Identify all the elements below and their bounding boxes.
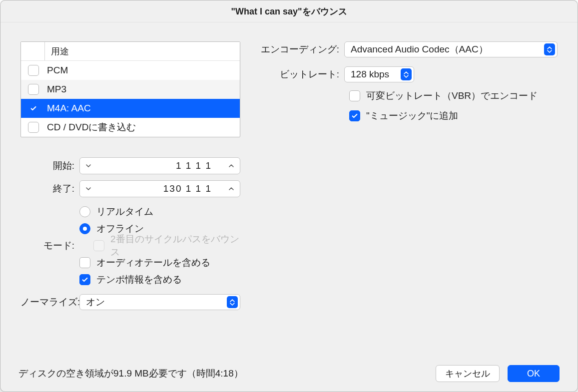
encoding-label: エンコーディング: (260, 43, 344, 56)
chevron-up-icon[interactable] (226, 186, 237, 192)
ok-button-label: OK (527, 369, 540, 379)
mode-label: モード: (20, 239, 79, 252)
start-value: 1 1 1 1 (94, 160, 226, 171)
mode-second-pass-row: 2番目のサイクルパスをバウンス (79, 237, 240, 254)
normalize-select[interactable]: オン (79, 294, 240, 310)
start-label: 開始: (20, 159, 79, 172)
normalize-value: オン (86, 296, 227, 309)
bounce-dialog: "What I can say"をバウンス 用途 PCM (0, 0, 578, 392)
mode-realtime-row[interactable]: リアルタイム (79, 203, 240, 220)
include-tempo-row[interactable]: テンポ情報を含める (79, 271, 240, 288)
format-row-pcm[interactable]: PCM (21, 61, 240, 80)
chevron-up-icon[interactable] (226, 163, 237, 169)
include-tail-row[interactable]: オーディオテールを含める (79, 254, 240, 271)
format-list-header-label: 用途 (45, 45, 69, 57)
vbr-label: 可変ビットレート（VBR）でエンコード (366, 89, 538, 102)
format-label-cddvd: CD / DVDに書き込む (47, 121, 136, 134)
vbr-row[interactable]: 可変ビットレート（VBR）でエンコード (349, 87, 558, 104)
normalize-label: ノーマライズ: (20, 296, 79, 309)
mode-realtime-label: リアルタイム (96, 205, 153, 218)
encoding-value: Advanced Audio Codec（AAC） (351, 43, 544, 56)
checkbox-include-tail[interactable] (79, 257, 90, 268)
chevron-down-icon[interactable] (83, 186, 94, 192)
updown-icon (401, 68, 412, 80)
format-label-m4a: M4A: AAC (47, 103, 91, 114)
format-row-cddvd[interactable]: CD / DVDに書き込む (21, 118, 240, 137)
checkbox-mp3[interactable] (28, 84, 39, 95)
bitrate-label: ビットレート: (260, 68, 344, 81)
format-row-m4a[interactable]: M4A: AAC (21, 99, 240, 118)
content-area: 用途 PCM MP3 (0, 22, 578, 356)
checkbox-add-music[interactable] (349, 110, 360, 121)
cancel-button-label: キャンセル (445, 368, 490, 380)
encoding-select[interactable]: Advanced Audio Codec（AAC） (344, 41, 558, 57)
bitrate-value: 128 kbps (351, 69, 401, 80)
checkbox-cddvd[interactable] (28, 122, 39, 133)
ok-button[interactable]: OK (508, 365, 560, 382)
end-value: 130 1 1 1 (94, 183, 226, 194)
right-pane: エンコーディング: Advanced Audio Codec（AAC） ビットレ… (260, 41, 558, 356)
updown-icon (544, 43, 555, 55)
format-row-mp3[interactable]: MP3 (21, 80, 240, 99)
format-list-header-spacer (21, 42, 45, 60)
add-music-label: "ミュージック"に追加 (366, 109, 459, 122)
format-label-pcm: PCM (47, 65, 68, 76)
footer-buttons: キャンセル OK (436, 365, 560, 382)
format-list: 用途 PCM MP3 (20, 41, 240, 137)
end-stepper[interactable]: 130 1 1 1 (79, 180, 240, 197)
format-label-mp3: MP3 (47, 84, 66, 95)
checkbox-pcm[interactable] (28, 65, 39, 76)
bitrate-select[interactable]: 128 kbps (344, 66, 414, 82)
titlebar: "What I can say"をバウンス (0, 0, 578, 22)
radio-offline[interactable] (79, 223, 90, 234)
footer: ディスクの空き領域が91.9 MB必要です（時間4:18） キャンセル OK (0, 356, 578, 392)
disk-info: ディスクの空き領域が91.9 MB必要です（時間4:18） (18, 367, 243, 380)
left-pane: 用途 PCM MP3 (20, 41, 240, 356)
start-stepper[interactable]: 1 1 1 1 (79, 157, 240, 174)
radio-realtime[interactable] (79, 206, 90, 217)
include-tempo-label: テンポ情報を含める (96, 273, 182, 286)
include-tail-label: オーディオテールを含める (96, 256, 210, 269)
format-list-header: 用途 (21, 42, 240, 61)
checkbox-vbr[interactable] (349, 90, 360, 101)
checkbox-m4a[interactable] (28, 103, 39, 114)
chevron-down-icon[interactable] (83, 163, 94, 169)
updown-icon (227, 296, 238, 308)
window-title: "What I can say"をバウンス (231, 5, 347, 17)
add-music-row[interactable]: "ミュージック"に追加 (349, 107, 558, 124)
checkbox-include-tempo[interactable] (79, 274, 90, 285)
cancel-button[interactable]: キャンセル (436, 365, 500, 382)
end-label: 終了: (20, 182, 79, 195)
checkbox-second-pass (93, 240, 104, 251)
